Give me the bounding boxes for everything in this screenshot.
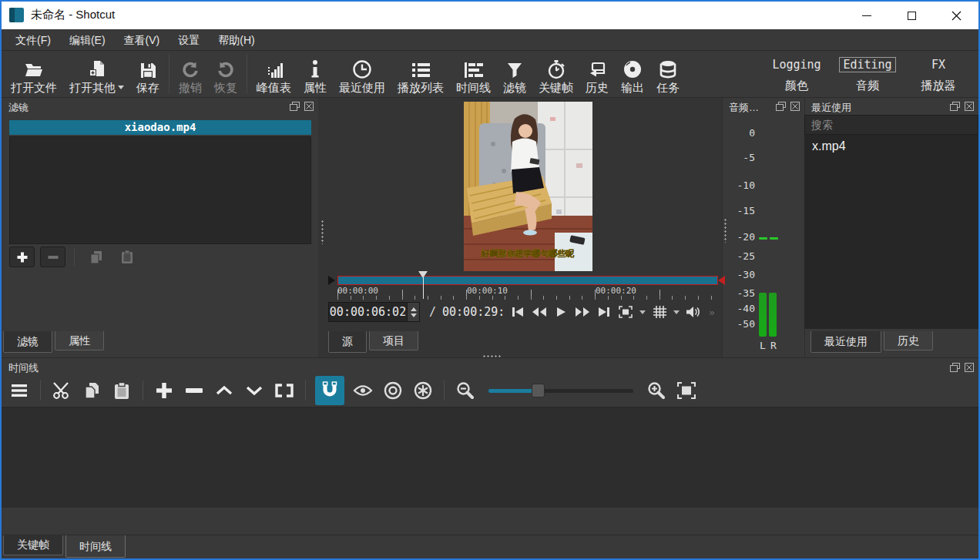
cut-button[interactable] — [50, 379, 73, 402]
tab-timeline[interactable]: 时间线 — [65, 535, 126, 558]
layout-logging-button[interactable]: Logging — [764, 55, 829, 75]
caret-down-icon[interactable] — [673, 310, 680, 314]
dock-close-icon[interactable] — [965, 102, 974, 111]
menu-file[interactable]: 文件(F) — [6, 29, 60, 51]
save-button[interactable]: 保存 — [130, 52, 166, 96]
dock-close-icon[interactable] — [304, 102, 314, 111]
fast-forward-button[interactable] — [572, 303, 593, 321]
copy-button[interactable] — [80, 379, 103, 402]
open-folder-icon — [23, 56, 45, 79]
filters-button[interactable]: 滤镜 — [497, 52, 532, 96]
ripple-all-tracks-button[interactable] — [411, 379, 435, 402]
dock-float-icon[interactable] — [776, 102, 786, 111]
skip-to-start-button[interactable] — [507, 303, 529, 321]
tab-recent[interactable]: 最近使用 — [811, 331, 881, 353]
slider-knob[interactable] — [532, 384, 545, 397]
dock-close-icon[interactable] — [965, 363, 974, 372]
output-button[interactable]: 输出 — [615, 52, 650, 96]
paste-button[interactable] — [110, 379, 133, 402]
skip-to-end-button[interactable] — [593, 303, 615, 321]
meter-scale-15: -15 — [730, 205, 755, 216]
maximize-button[interactable] — [889, 2, 934, 29]
search-input[interactable] — [804, 115, 978, 135]
volume-button[interactable] — [683, 303, 704, 321]
layout-editing-button[interactable]: Editing — [839, 57, 895, 72]
timeline-zoom-slider[interactable] — [488, 383, 633, 398]
keyframes-button[interactable]: 关键帧 — [532, 52, 579, 96]
timecode-spinner[interactable] — [408, 302, 420, 322]
titlebar[interactable]: 未命名 - Shotcut — [2, 2, 978, 29]
undo-icon — [181, 56, 200, 79]
filters-list[interactable] — [9, 136, 311, 244]
snap-toggle-button[interactable] — [315, 376, 344, 405]
redo-button[interactable]: 恢复 — [208, 52, 243, 96]
jobs-button[interactable]: 任务 — [650, 52, 686, 96]
caret-down-icon[interactable] — [639, 310, 646, 314]
timeline-tracks-area[interactable] — [2, 407, 978, 508]
tab-filters[interactable]: 滤镜 — [3, 331, 52, 353]
peak-indicator-left — [759, 237, 767, 240]
menu-help[interactable]: 帮助(H) — [209, 29, 263, 51]
layout-fx-button[interactable]: FX — [906, 55, 971, 75]
tab-history[interactable]: 历史 — [884, 331, 933, 350]
tab-keyframes[interactable]: 关键帧 — [3, 535, 63, 555]
tab-source[interactable]: 源 — [328, 331, 367, 353]
zoom-fit-player-button[interactable] — [615, 303, 636, 321]
ripple-delete-button[interactable] — [183, 379, 206, 402]
zoom-out-button[interactable] — [454, 379, 477, 402]
scrub-bar[interactable] — [337, 276, 718, 285]
menu-edit[interactable]: 编辑(E) — [60, 29, 115, 51]
list-item[interactable]: x.mp4 — [804, 135, 978, 155]
layout-switcher: Logging Editing FX 颜色 音频 播放器 — [764, 55, 971, 96]
dock-float-icon[interactable] — [950, 102, 960, 111]
add-filter-button[interactable] — [9, 246, 35, 267]
ripple-toggle-button[interactable] — [381, 379, 404, 402]
tab-project[interactable]: 项目 — [369, 331, 418, 350]
recent-panel: 最近使用 x.mp4 最近使用 历史 — [804, 98, 978, 357]
play-button[interactable] — [550, 303, 572, 321]
dock-float-icon[interactable] — [290, 102, 300, 111]
peak-meter-button[interactable]: 峰值表 — [250, 52, 297, 96]
timeline-panel-title: 时间线 — [2, 358, 978, 375]
time-ruler[interactable]: 00:00:00 00:00:10 00:00:20 — [328, 286, 718, 300]
overwrite-button[interactable] — [243, 379, 266, 402]
magnet-icon — [321, 381, 339, 401]
copy-filters-button[interactable] — [83, 246, 109, 267]
paste-filters-button[interactable] — [114, 246, 139, 267]
append-button[interactable] — [153, 379, 176, 402]
lift-button[interactable] — [213, 379, 236, 402]
minimize-button[interactable] — [844, 2, 889, 29]
grid-button[interactable] — [649, 303, 670, 321]
layout-player-button[interactable]: 播放器 — [906, 75, 971, 96]
position-timecode[interactable]: 00:00:06:02 — [328, 302, 408, 322]
layout-color-button[interactable]: 颜色 — [764, 75, 829, 96]
scrub-while-dragging-button[interactable] — [351, 379, 374, 402]
recent-button[interactable]: 最近使用 — [333, 52, 391, 96]
open-file-button[interactable]: 打开文件 — [5, 52, 63, 96]
split-button[interactable] — [273, 379, 296, 402]
layout-audio-button[interactable]: 音频 — [829, 75, 906, 96]
zoom-fit-timeline-button[interactable] — [675, 379, 698, 402]
open-other-button[interactable]: 打开其他 — [63, 52, 130, 96]
dock-float-icon[interactable] — [950, 363, 960, 372]
close-button[interactable] — [934, 2, 978, 29]
splitter-handle[interactable] — [724, 218, 727, 243]
toolbar-overflow-chevron[interactable]: » — [709, 307, 715, 318]
menu-view[interactable]: 查看(V) — [115, 29, 169, 51]
duration-separator: / — [429, 305, 436, 319]
rewind-button[interactable] — [529, 303, 550, 321]
undo-button[interactable]: 撤销 — [173, 52, 208, 96]
playlist-button[interactable]: 播放列表 — [391, 52, 450, 96]
remove-filter-button[interactable] — [40, 246, 65, 267]
timeline-menu-button[interactable] — [8, 379, 31, 402]
menu-settings[interactable]: 设置 — [169, 29, 209, 51]
dock-close-icon[interactable] — [790, 102, 800, 111]
timeline-toggle-button[interactable]: 时间线 — [450, 52, 497, 96]
recent-list[interactable]: x.mp4 — [804, 135, 978, 329]
zoom-in-button[interactable] — [645, 379, 668, 402]
history-button[interactable]: 历史 — [579, 52, 615, 96]
splitter-handle[interactable] — [321, 220, 324, 244]
tab-properties[interactable]: 属性 — [55, 331, 104, 350]
trim-in-marker[interactable] — [328, 276, 335, 285]
properties-button[interactable]: 属性 — [297, 52, 333, 96]
